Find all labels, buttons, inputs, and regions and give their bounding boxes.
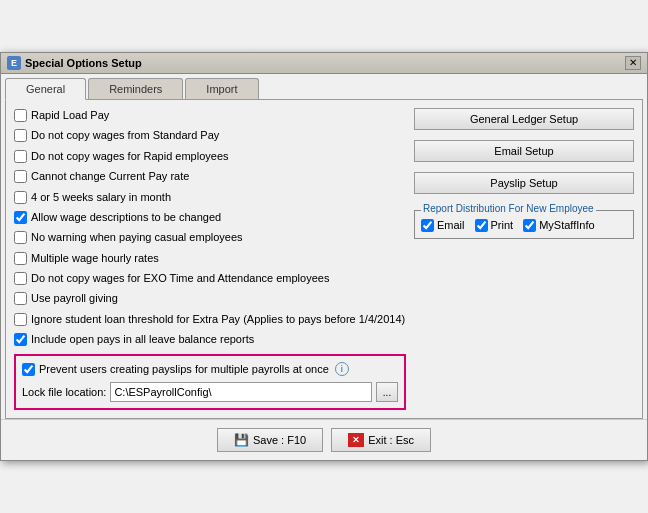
checkbox-no-copy-wages-exo: Do not copy wages for EXO Time and Atten… xyxy=(14,271,406,286)
checkbox-cannot-change-rate: Cannot change Current Pay rate xyxy=(14,169,406,184)
prevent-multiple-checkbox[interactable] xyxy=(22,363,35,376)
multiple-wage-hourly-label: Multiple wage hourly rates xyxy=(31,251,159,266)
checkbox-rapid-load-pay: Rapid Load Pay xyxy=(14,108,406,123)
no-copy-wages-rapid-label: Do not copy wages for Rapid employees xyxy=(31,149,229,164)
rd-email-label: Email xyxy=(437,219,465,231)
include-open-pays-checkbox[interactable] xyxy=(14,333,27,346)
footer: 💾 Save : F10 ✕ Exit : Esc xyxy=(1,419,647,460)
app-icon: E xyxy=(7,56,21,70)
no-copy-wages-standard-label: Do not copy wages from Standard Pay xyxy=(31,128,219,143)
rd-mystaffinfo-checkbox[interactable] xyxy=(523,219,536,232)
checkbox-no-copy-wages-standard: Do not copy wages from Standard Pay xyxy=(14,128,406,143)
exit-button[interactable]: ✕ Exit : Esc xyxy=(331,428,431,452)
tab-general[interactable]: General xyxy=(5,78,86,100)
checkbox-ignore-student-loan: Ignore student loan threshold for Extra … xyxy=(14,312,406,327)
checkbox-allow-wage-desc: Allow wage descriptions to be changed xyxy=(14,210,406,225)
allow-wage-desc-checkbox[interactable] xyxy=(14,211,27,224)
right-panel: General Ledger Setup Email Setup Payslip… xyxy=(414,108,634,410)
save-label: Save : F10 xyxy=(253,434,306,446)
no-warning-casual-checkbox[interactable] xyxy=(14,231,27,244)
tab-bar: General Reminders Import xyxy=(1,74,647,99)
email-setup-button[interactable]: Email Setup xyxy=(414,140,634,162)
tab-content: Rapid Load Pay Do not copy wages from St… xyxy=(5,99,643,419)
browse-button[interactable]: ... xyxy=(376,382,398,402)
rd-email-checkbox-group: Email xyxy=(421,219,465,232)
checkbox-four-five-weeks: 4 or 5 weeks salary in month xyxy=(14,190,406,205)
no-copy-wages-standard-checkbox[interactable] xyxy=(14,129,27,142)
exit-label: Exit : Esc xyxy=(368,434,414,446)
main-window: E Special Options Setup ✕ General Remind… xyxy=(0,52,648,461)
checkbox-no-copy-wages-rapid: Do not copy wages for Rapid employees xyxy=(14,149,406,164)
allow-wage-desc-label: Allow wage descriptions to be changed xyxy=(31,210,221,225)
rd-mystaffinfo-label: MyStaffInfo xyxy=(539,219,594,231)
lock-file-label: Lock file location: xyxy=(22,386,106,398)
no-copy-wages-rapid-checkbox[interactable] xyxy=(14,150,27,163)
checkbox-prevent-multiple: Prevent users creating payslips for mult… xyxy=(22,362,398,377)
rd-print-label: Print xyxy=(491,219,514,231)
checkbox-include-open-pays: Include open pays in all leave balance r… xyxy=(14,332,406,347)
rapid-load-pay-checkbox[interactable] xyxy=(14,109,27,122)
lock-file-input[interactable] xyxy=(110,382,372,402)
report-distribution-group: Report Distribution For New Employee Ema… xyxy=(414,210,634,239)
lock-file-row: Lock file location: ... xyxy=(22,382,398,402)
tab-reminders[interactable]: Reminders xyxy=(88,78,183,99)
ignore-student-loan-label: Ignore student loan threshold for Extra … xyxy=(31,312,405,327)
cannot-change-rate-label: Cannot change Current Pay rate xyxy=(31,169,189,184)
report-distribution-row: Email Print MyStaffInfo xyxy=(421,219,627,232)
window-title: Special Options Setup xyxy=(25,57,142,69)
prevent-multiple-label: Prevent users creating payslips for mult… xyxy=(39,362,329,377)
cannot-change-rate-checkbox[interactable] xyxy=(14,170,27,183)
rd-email-checkbox[interactable] xyxy=(421,219,434,232)
no-copy-wages-exo-checkbox[interactable] xyxy=(14,272,27,285)
close-button[interactable]: ✕ xyxy=(625,56,641,70)
use-payroll-giving-label: Use payroll giving xyxy=(31,291,118,306)
tab-import[interactable]: Import xyxy=(185,78,258,99)
checkbox-no-warning-casual: No warning when paying casual employees xyxy=(14,230,406,245)
ignore-student-loan-checkbox[interactable] xyxy=(14,313,27,326)
four-five-weeks-label: 4 or 5 weeks salary in month xyxy=(31,190,171,205)
report-distribution-title: Report Distribution For New Employee xyxy=(421,203,596,214)
rd-print-checkbox-group: Print xyxy=(475,219,514,232)
left-panel: Rapid Load Pay Do not copy wages from St… xyxy=(14,108,406,410)
use-payroll-giving-checkbox[interactable] xyxy=(14,292,27,305)
highlighted-section: Prevent users creating payslips for mult… xyxy=(14,354,406,410)
checkbox-multiple-wage-hourly: Multiple wage hourly rates xyxy=(14,251,406,266)
four-five-weeks-checkbox[interactable] xyxy=(14,191,27,204)
general-ledger-setup-button[interactable]: General Ledger Setup xyxy=(414,108,634,130)
rd-mystaffinfo-checkbox-group: MyStaffInfo xyxy=(523,219,594,232)
title-bar: E Special Options Setup ✕ xyxy=(1,53,647,74)
checkbox-use-payroll-giving: Use payroll giving xyxy=(14,291,406,306)
rd-print-checkbox[interactable] xyxy=(475,219,488,232)
save-button[interactable]: 💾 Save : F10 xyxy=(217,428,323,452)
payslip-setup-button[interactable]: Payslip Setup xyxy=(414,172,634,194)
no-warning-casual-label: No warning when paying casual employees xyxy=(31,230,243,245)
multiple-wage-hourly-checkbox[interactable] xyxy=(14,252,27,265)
rapid-load-pay-label: Rapid Load Pay xyxy=(31,108,109,123)
save-icon: 💾 xyxy=(234,433,249,447)
content-area: Rapid Load Pay Do not copy wages from St… xyxy=(14,108,634,410)
exit-icon: ✕ xyxy=(348,433,364,447)
no-copy-wages-exo-label: Do not copy wages for EXO Time and Atten… xyxy=(31,271,329,286)
info-icon[interactable]: i xyxy=(335,362,349,376)
include-open-pays-label: Include open pays in all leave balance r… xyxy=(31,332,254,347)
title-bar-left: E Special Options Setup xyxy=(7,56,142,70)
